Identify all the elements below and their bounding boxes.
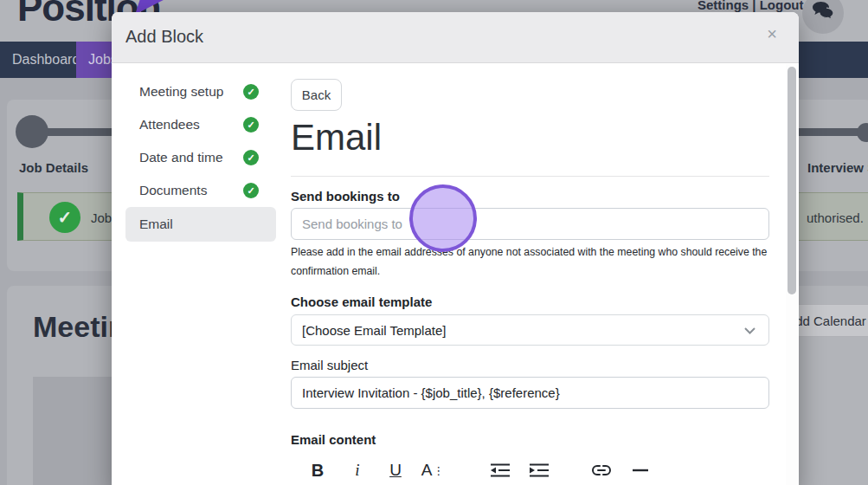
progress-step-current-icon xyxy=(16,115,48,148)
wizard-steps: Meeting setup ✓ Attendees ✓ Date and tim… xyxy=(125,75,276,242)
email-subject-label: Email subject xyxy=(291,358,368,372)
step-meeting-setup[interactable]: Meeting setup ✓ xyxy=(125,75,276,108)
banner-text-right: uthorised. xyxy=(807,210,864,225)
step-date-and-time[interactable]: Date and time ✓ xyxy=(125,141,276,174)
send-bookings-help-text: Please add in the email addresses of any… xyxy=(291,242,769,281)
send-bookings-input[interactable] xyxy=(291,208,769,240)
modal-content: Back Email Send bookings to Please add i… xyxy=(291,12,769,485)
step-label: Email xyxy=(139,217,173,232)
help-line-2: confirmation email. xyxy=(291,262,769,281)
settings-logout-links[interactable]: Settings | Logout xyxy=(698,0,804,12)
back-button[interactable]: Back xyxy=(291,79,342,111)
modal-scrollbar-thumb[interactable] xyxy=(788,67,796,294)
step-label: Date and time xyxy=(139,150,223,165)
step-documents[interactable]: Documents ✓ xyxy=(125,174,276,207)
chat-bubbles-icon xyxy=(811,1,835,25)
step-label: Documents xyxy=(139,183,207,198)
help-line-1: Please add in the email addresses of any… xyxy=(291,242,769,262)
screen: Position Settings | Logout Dashboard Job… xyxy=(0,0,868,485)
divider xyxy=(291,176,769,177)
check-icon: ✓ xyxy=(49,202,80,233)
modal-scrollbar-track[interactable] xyxy=(786,64,798,485)
step-label: Meeting setup xyxy=(139,84,223,100)
check-icon: ✓ xyxy=(243,117,259,133)
horizontal-rule-icon[interactable] xyxy=(628,457,653,483)
email-template-select[interactable]: [Choose Email Template] xyxy=(291,314,769,346)
email-template-label: Choose email template xyxy=(291,294,432,309)
outdent-icon[interactable] xyxy=(488,457,512,483)
email-template-selected-value: [Choose Email Template] xyxy=(302,323,446,338)
rich-text-toolbar: B i U A xyxy=(291,457,769,485)
check-icon: ✓ xyxy=(243,150,259,165)
chat-button[interactable] xyxy=(802,0,844,34)
underline-icon[interactable]: U xyxy=(383,457,408,483)
job-details-heading: Job Details xyxy=(19,160,88,175)
check-icon: ✓ xyxy=(243,183,259,198)
font-size-icon[interactable]: A xyxy=(421,457,445,483)
check-icon: ✓ xyxy=(243,84,259,100)
bold-icon[interactable]: B xyxy=(305,457,330,483)
progress-step-next-icon xyxy=(857,123,868,142)
email-subject-input[interactable] xyxy=(291,377,769,409)
step-label: Attendees xyxy=(139,117,200,133)
indent-icon[interactable] xyxy=(527,457,551,483)
interview-heading-fragment: Interview S xyxy=(807,160,868,175)
send-bookings-label: Send bookings to xyxy=(291,189,400,204)
italic-icon[interactable]: i xyxy=(345,457,370,483)
step-email[interactable]: Email xyxy=(125,207,276,242)
link-icon[interactable] xyxy=(589,457,614,483)
step-attendees[interactable]: Attendees ✓ xyxy=(125,108,276,141)
click-indicator-circle xyxy=(409,184,477,252)
modal-title: Add Block xyxy=(125,27,203,47)
email-content-label: Email content xyxy=(291,432,376,447)
chevron-down-icon xyxy=(743,327,756,335)
email-step-heading: Email xyxy=(291,117,382,158)
